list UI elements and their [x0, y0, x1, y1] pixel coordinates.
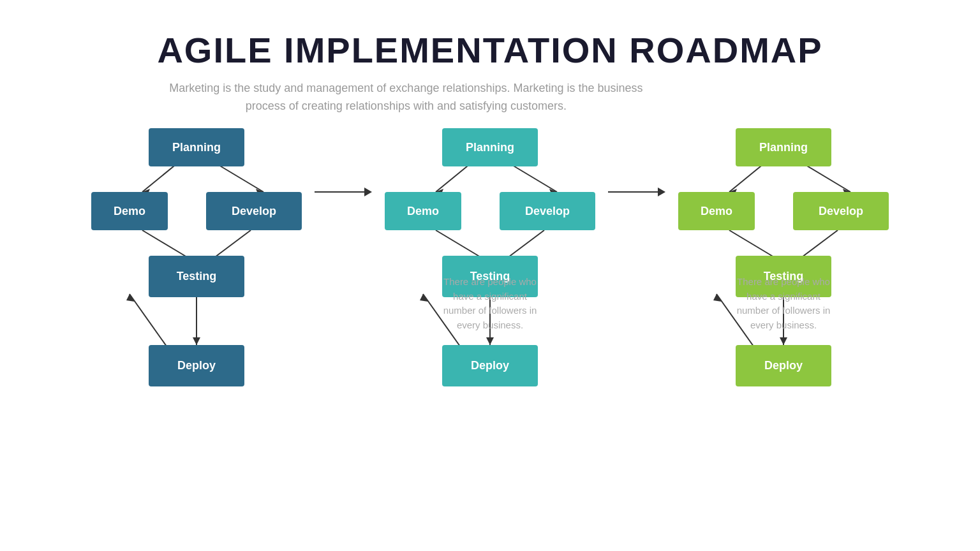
svg-marker-21: [486, 337, 494, 345]
sprint1-deploy-node: Deploy: [149, 345, 244, 386]
sprint2-deploy-pos: Deploy: [442, 345, 538, 386]
sprint3-planning-node: Planning: [736, 128, 831, 166]
sprint3-planning-pos: Planning: [736, 128, 831, 166]
svg-line-0: [216, 163, 264, 192]
sprint1-deploy-pos: Deploy: [149, 345, 244, 386]
svg-marker-35: [713, 294, 722, 302]
sprint1-develop-pos: Develop: [206, 192, 302, 230]
sprint-2: Planning Demo Develop Testing Deploy The…: [372, 128, 608, 441]
arrow-2-3: [608, 128, 665, 198]
svg-line-6: [212, 230, 251, 259]
sprint2-planning-pos: Planning: [442, 128, 538, 166]
sprint2-planning-node: Planning: [442, 128, 538, 166]
svg-line-28: [729, 230, 777, 259]
svg-marker-11: [126, 294, 135, 302]
svg-line-30: [799, 230, 838, 259]
sprint1-demo-pos: Demo: [91, 192, 168, 230]
sprint3-develop-pos: Develop: [793, 192, 889, 230]
sprint1-planning-pos: Planning: [149, 128, 244, 166]
svg-line-12: [509, 163, 557, 192]
sprint2-demo-pos: Demo: [385, 192, 461, 230]
svg-marker-9: [193, 337, 200, 345]
sprint1-demo-node: Demo: [91, 192, 168, 230]
svg-line-4: [142, 230, 190, 259]
sprint3-deploy-pos: Deploy: [736, 345, 831, 386]
svg-line-26: [729, 163, 764, 192]
header: AGILE IMPLEMENTATION ROADMAP Marketing i…: [157, 31, 822, 115]
arrow-1-2: [315, 128, 372, 198]
sprint3-develop-node: Develop: [793, 192, 889, 230]
sprint3-deploy-node: Deploy: [736, 345, 831, 386]
svg-line-18: [506, 230, 544, 259]
sprint-3: Planning Demo Develop Testing Deploy The…: [665, 128, 902, 441]
sprint1-develop-node: Develop: [206, 192, 302, 230]
subtitle-text: Marketing is the study and management of…: [157, 79, 655, 116]
sprint3-demo-node: Demo: [678, 192, 755, 230]
sprint-1: Planning Demo Develop Testing Deploy: [78, 128, 315, 441]
sprint2-develop-pos: Develop: [500, 192, 595, 230]
sprint2-description: There are people who have a significant …: [439, 275, 541, 332]
svg-line-24: [803, 163, 850, 192]
svg-marker-33: [780, 337, 787, 345]
sprint3-demo-pos: Demo: [678, 192, 755, 230]
sprint1-testing-pos: Testing: [149, 256, 244, 297]
svg-line-14: [436, 163, 471, 192]
svg-line-16: [436, 230, 484, 259]
sprint2-develop-node: Develop: [500, 192, 595, 230]
svg-marker-23: [420, 294, 428, 302]
sprint2-deploy-node: Deploy: [442, 345, 538, 386]
diagram-container: Planning Demo Develop Testing Deploy: [0, 128, 980, 441]
sprint1-testing-node: Testing: [149, 256, 244, 297]
sprint3-description: There are people who have a significant …: [732, 275, 835, 332]
sprint2-demo-node: Demo: [385, 192, 461, 230]
page-title: AGILE IMPLEMENTATION ROADMAP: [157, 31, 822, 70]
svg-line-2: [142, 163, 177, 192]
arrow-right-icon-2: [608, 186, 665, 198]
arrow-right-icon: [315, 186, 372, 198]
sprint1-planning-node: Planning: [149, 128, 244, 166]
